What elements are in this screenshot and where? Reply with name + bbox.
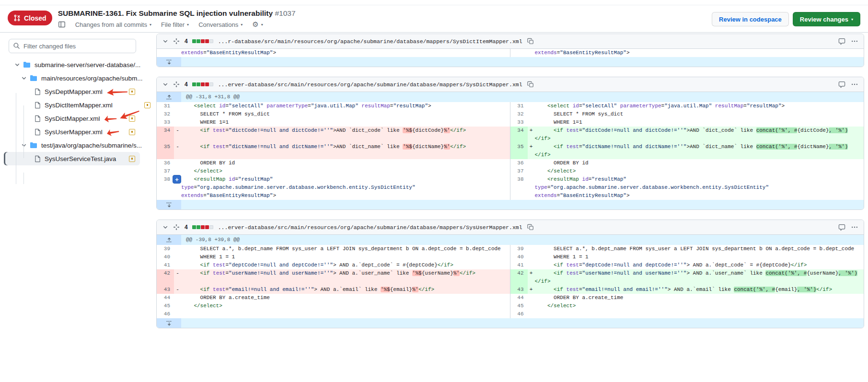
tree-file-sysdeptmapper-xml[interactable]: SysDeptMapper.xml [4, 85, 140, 98]
file-filter-dropdown[interactable]: File filter ▾ [161, 21, 189, 28]
expand-down-button[interactable] [157, 318, 181, 328]
modified-dot [131, 131, 133, 133]
annotation-arrow [103, 113, 117, 123]
window-top-divider [0, 0, 868, 5]
diff-marker [528, 175, 535, 200]
diff-cell: 43+ <if test="email!=null and email!=''"… [510, 286, 864, 294]
diff-cell: extends="BaseEntityResultMap"> [510, 49, 864, 57]
line-number[interactable]: 39 [157, 245, 174, 253]
line-number[interactable]: 40 [157, 253, 174, 261]
line-number[interactable]: 36 [510, 159, 528, 167]
line-number[interactable]: 37 [157, 167, 174, 175]
file-options-kebab[interactable] [850, 81, 859, 88]
tree-file-sysdictitemmapper-xml[interactable]: SysDictItemMapper.xml [4, 98, 140, 112]
file-icon [35, 88, 41, 95]
line-number[interactable]: 34 [510, 127, 528, 143]
conversations-dropdown[interactable]: Conversations ▾ [198, 21, 243, 28]
line-number[interactable]: 42 [510, 269, 528, 286]
line-number[interactable]: 33 [157, 118, 174, 127]
expand-up-button[interactable] [157, 235, 181, 245]
expand-up-button[interactable] [157, 92, 181, 102]
line-number[interactable]: 35 [157, 143, 174, 159]
line-number[interactable] [510, 49, 528, 57]
copy-path-button[interactable] [526, 81, 535, 88]
hunk-range-text: @@ -39,8 +39,8 @@ [181, 235, 240, 245]
line-number[interactable]: 39 [510, 245, 528, 253]
diffstat-square-add [192, 82, 196, 86]
diff-panel: 4...r-database/src/main/resources/org/ap… [144, 33, 868, 338]
changes-from-dropdown[interactable]: Changes from all commits ▾ [75, 21, 151, 28]
line-number[interactable]: 32 [510, 110, 528, 118]
code-lines: <if test="userName!=null and userName!='… [535, 269, 864, 286]
line-number[interactable]: 43 [510, 286, 528, 294]
tree-file-sysusermapper-xml[interactable]: SysUserMapper.xml [4, 125, 140, 139]
line-number[interactable]: 41 [510, 261, 528, 269]
diff-cell: 36 ORDER BY id [510, 159, 864, 167]
tree-folder-submarine-server-server-database-[interactable]: submarine-server/server-database/... [4, 58, 140, 71]
line-number[interactable]: 44 [510, 294, 528, 302]
collapse-file-button[interactable] [162, 81, 169, 87]
file-comment-button[interactable] [837, 38, 846, 45]
line-number[interactable]: 35 [510, 143, 528, 159]
line-number[interactable]: 34 [157, 127, 174, 143]
code-lines: ORDER BY a.create_time [535, 294, 864, 302]
diff-file-header: 4...erver-database/src/main/resources/or… [157, 220, 864, 235]
copy-path-button[interactable] [526, 224, 535, 231]
tree-folder-main-resources-org-apache-subm-[interactable]: main/resources/org/apache/subm... [4, 71, 140, 85]
modified-dot [147, 104, 149, 106]
line-number[interactable]: 43 [157, 286, 174, 294]
line-number[interactable]: 38 [157, 175, 174, 200]
file-options-kebab[interactable] [850, 38, 859, 45]
code-line: <if test="email!=null and email!=''"> AN… [535, 286, 864, 294]
tree-folder-test-java-org-apache-submarine-s-[interactable]: test/java/org/apache/submarine/s... [4, 139, 140, 152]
copy-path-button[interactable] [526, 38, 535, 45]
diff-cell: 43- <if test="email!=null and email!=''"… [157, 286, 510, 294]
review-in-codespace-button[interactable]: Review in codespace [712, 12, 789, 26]
line-number[interactable]: 44 [157, 294, 174, 302]
line-number[interactable]: 32 [157, 110, 174, 118]
line-number[interactable]: 40 [510, 253, 528, 261]
diff-settings-gear[interactable]: ⚙ ▾ [252, 20, 263, 29]
code-line: <if test="userName!=null and userName!='… [181, 269, 510, 278]
folder-icon [30, 142, 37, 149]
line-number[interactable]: 42 [157, 269, 174, 286]
line-number[interactable]: 36 [157, 159, 174, 167]
diff-row: 31 <select id="selectAll" parameterType=… [157, 102, 864, 110]
diff-file-header: 4...r-database/src/main/resources/org/ap… [157, 34, 864, 49]
kebab-icon [851, 81, 858, 88]
line-number[interactable]: 45 [510, 302, 528, 310]
file-comment-button[interactable] [837, 224, 846, 231]
file-comment-button[interactable] [837, 81, 846, 88]
diffstat-square-neutral [209, 225, 213, 229]
annotation-arrow [106, 86, 129, 97]
review-changes-label: Review changes [800, 16, 848, 23]
diffstat-square-del [201, 225, 205, 229]
tree-file-sysdictmapper-xml[interactable]: SysDictMapper.xml [4, 112, 140, 125]
collapse-file-button[interactable] [162, 224, 169, 230]
line-number[interactable]: 31 [510, 102, 528, 110]
review-changes-button[interactable]: Review changes ▾ [793, 12, 860, 26]
line-number[interactable]: 33 [510, 118, 528, 127]
line-number[interactable]: 46 [510, 310, 528, 318]
line-number[interactable] [157, 49, 174, 57]
diff-row: 38 <resultMap id="resultMap"type="org.ap… [157, 175, 864, 200]
tree-file-sysuserservicetest-java[interactable]: SysUserServiceTest.java [4, 152, 140, 165]
toggle-file-tree-button[interactable] [58, 21, 66, 28]
expand-down-button[interactable] [157, 57, 181, 67]
diff-cell: 31 <select id="selectAll" parameterType=… [510, 102, 864, 110]
code-line: <if test="deptCode!=null and deptCode!='… [535, 261, 864, 269]
diff-marker: - [174, 127, 181, 143]
line-number[interactable]: 45 [157, 302, 174, 310]
line-number[interactable]: 46 [157, 310, 174, 318]
code-line: </select> [535, 302, 864, 310]
line-number[interactable]: 31 [157, 102, 174, 110]
expand-down-button[interactable] [157, 200, 181, 209]
code-line: </select> [181, 302, 510, 310]
filter-changed-files-input[interactable] [9, 39, 136, 53]
add-comment-button[interactable]: + [173, 175, 181, 184]
file-options-kebab[interactable] [850, 224, 859, 231]
line-number[interactable]: 37 [510, 167, 528, 175]
line-number[interactable]: 38 [510, 175, 528, 200]
collapse-file-button[interactable] [162, 38, 169, 44]
line-number[interactable]: 41 [157, 261, 174, 269]
